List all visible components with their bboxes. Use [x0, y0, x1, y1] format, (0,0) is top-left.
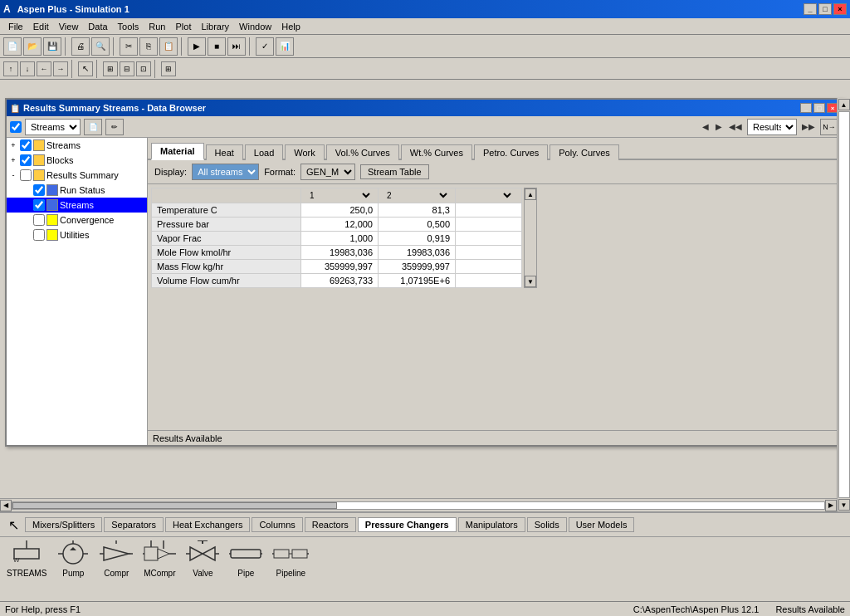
- nav-prev-btn[interactable]: ◀: [701, 122, 711, 131]
- tree-streams-child[interactable]: Streams: [7, 198, 147, 213]
- maximize-btn[interactable]: □: [818, 3, 832, 15]
- tb-check[interactable]: ✓: [256, 37, 274, 56]
- equip-tab-columns[interactable]: Columns: [252, 517, 302, 532]
- tab-heat[interactable]: Heat: [206, 144, 243, 160]
- col1-select[interactable]: 1: [306, 190, 373, 201]
- equip-pipeline[interactable]: Pipeline: [272, 540, 309, 578]
- vscroll-main-down[interactable]: ▼: [838, 499, 850, 511]
- equip-tab-heat-ex[interactable]: Heat Exchangers: [165, 517, 250, 532]
- tb-preview[interactable]: 🔍: [91, 37, 110, 56]
- tab-load[interactable]: Load: [245, 144, 283, 160]
- tb2-4[interactable]: →: [53, 61, 68, 76]
- tab-petro-curves[interactable]: Petro. Curves: [474, 144, 548, 160]
- tb2-zoom1[interactable]: ⊞: [103, 61, 118, 76]
- close-btn[interactable]: ×: [833, 3, 847, 15]
- equip-compr[interactable]: Compr: [100, 540, 133, 578]
- equip-pump[interactable]: Pump: [56, 540, 90, 578]
- nav-rename-btn[interactable]: ✏: [105, 119, 124, 135]
- tb-print[interactable]: 🖨: [71, 37, 90, 56]
- vscroll-up[interactable]: ▲: [525, 188, 536, 200]
- nav-next-next-btn[interactable]: ▶▶: [800, 122, 817, 131]
- hscroll-right[interactable]: ▶: [825, 500, 837, 511]
- nav-new-btn[interactable]: 📄: [84, 119, 102, 135]
- menu-data[interactable]: Data: [83, 20, 112, 33]
- nav-checkbox[interactable]: [10, 121, 22, 133]
- col2-select[interactable]: 2: [383, 190, 450, 201]
- menu-file[interactable]: File: [3, 20, 28, 33]
- hscroll-left[interactable]: ◀: [0, 500, 12, 511]
- tb-save[interactable]: 💾: [43, 37, 61, 56]
- results-checkbox[interactable]: [20, 169, 32, 181]
- display-dropdown[interactable]: All streams: [192, 164, 259, 180]
- col3-select[interactable]: [464, 190, 514, 201]
- stream-table-btn[interactable]: Stream Table: [360, 164, 429, 179]
- util-checkbox[interactable]: [33, 229, 45, 241]
- rs-checkbox[interactable]: [33, 184, 45, 196]
- tab-wt-curves[interactable]: Wt.% Curves: [401, 144, 472, 160]
- tab-material[interactable]: Material: [151, 143, 204, 160]
- inner-min-btn[interactable]: _: [800, 103, 812, 113]
- hscroll-thumb[interactable]: [12, 502, 337, 509]
- inner-max-btn[interactable]: □: [813, 103, 825, 113]
- menu-view[interactable]: View: [54, 20, 84, 33]
- nav-special-btn[interactable]: N→: [820, 119, 838, 135]
- equip-tab-reactors[interactable]: Reactors: [305, 517, 356, 532]
- tb-run[interactable]: ▶: [188, 37, 206, 56]
- menu-run[interactable]: Run: [144, 20, 170, 33]
- tb2-2[interactable]: ↓: [20, 61, 35, 76]
- tb-new[interactable]: 📄: [3, 37, 22, 56]
- equip-tab-manipulators[interactable]: Manipulators: [458, 517, 525, 532]
- equip-tab-pressure[interactable]: Pressure Changers: [358, 517, 457, 532]
- equip-valve[interactable]: Valve: [186, 540, 219, 578]
- minimize-btn[interactable]: _: [804, 3, 817, 15]
- format-dropdown[interactable]: GEN_M: [300, 164, 355, 180]
- tree-blocks[interactable]: + Blocks: [7, 153, 147, 168]
- tab-work[interactable]: Work: [285, 144, 324, 160]
- menu-help[interactable]: Help: [276, 20, 305, 33]
- tb-results[interactable]: 📊: [276, 37, 294, 56]
- tab-poly-curves[interactable]: Poly. Curves: [550, 144, 619, 160]
- tb2-zoom2[interactable]: ⊟: [120, 61, 134, 76]
- tb2-grid[interactable]: ⊞: [161, 61, 176, 76]
- menu-window[interactable]: Window: [234, 20, 276, 33]
- equip-pipe[interactable]: Pipe: [229, 540, 262, 578]
- equip-tab-mixers[interactable]: Mixers/Splitters: [25, 517, 102, 532]
- tb2-3[interactable]: ←: [37, 61, 51, 76]
- tree-results-summary[interactable]: - Results Summary: [7, 168, 147, 183]
- equip-tab-solids[interactable]: Solids: [527, 517, 567, 532]
- menu-library[interactable]: Library: [196, 20, 234, 33]
- sc-checkbox[interactable]: [33, 199, 45, 211]
- equip-tab-separators[interactable]: Separators: [104, 517, 164, 532]
- compr-svg: [100, 540, 133, 567]
- nav-prev-prev-btn[interactable]: ◀◀: [727, 122, 744, 131]
- tab-vol-curves[interactable]: Vol.% Curves: [326, 144, 399, 160]
- tb2-cursor[interactable]: ↖: [78, 61, 93, 76]
- blocks-checkbox[interactable]: [20, 154, 32, 166]
- nav-dropdown[interactable]: Streams: [25, 119, 81, 135]
- tree-convergence[interactable]: Convergence: [7, 213, 147, 227]
- tree-utilities[interactable]: Utilities: [7, 227, 147, 242]
- vscroll-down[interactable]: ▼: [525, 276, 536, 287]
- equip-tab-user[interactable]: User Models: [569, 517, 635, 532]
- tb2-fit[interactable]: ⊡: [136, 61, 151, 76]
- menu-edit[interactable]: Edit: [28, 20, 54, 33]
- tb-cut[interactable]: ✂: [120, 37, 138, 56]
- streams-checkbox[interactable]: [20, 139, 32, 151]
- equip-streams[interactable]: W STREAMS: [7, 540, 46, 578]
- menu-tools[interactable]: Tools: [113, 20, 144, 33]
- tb2-1[interactable]: ↑: [3, 61, 18, 76]
- tree-streams-root[interactable]: + Streams: [7, 138, 147, 153]
- equip-mcompr[interactable]: MCompr: [143, 540, 176, 578]
- tb-copy[interactable]: ⎘: [139, 37, 158, 56]
- equip-pointer[interactable]: ↖: [3, 515, 23, 535]
- tb-open[interactable]: 📂: [23, 37, 42, 56]
- tb-step[interactable]: ⏭: [227, 37, 246, 56]
- conv-checkbox[interactable]: [33, 214, 45, 226]
- nav-next-btn[interactable]: ▶: [714, 122, 724, 131]
- tb-stop[interactable]: ■: [208, 37, 226, 56]
- tree-run-status[interactable]: Run Status: [7, 183, 147, 198]
- tb-paste[interactable]: 📋: [159, 37, 178, 56]
- menu-plot[interactable]: Plot: [170, 20, 196, 33]
- vscroll-main-up[interactable]: ▲: [838, 99, 850, 110]
- nav-results-dropdown[interactable]: Results: [747, 119, 797, 135]
